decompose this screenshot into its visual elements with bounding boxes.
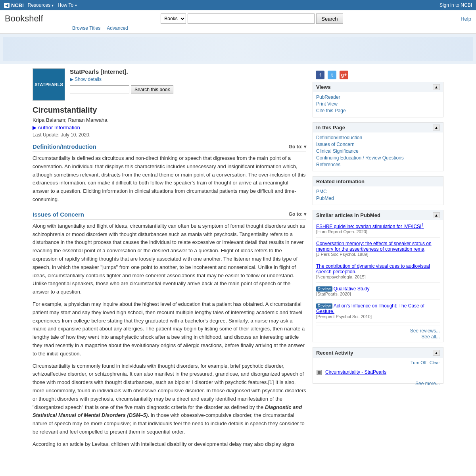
clear-link[interactable]: Clear — [430, 360, 440, 365]
search-button[interactable]: Search — [316, 13, 343, 24]
top-nav-left: ◀ NCBI Resources ▾ How To ▾ — [4, 2, 77, 8]
turn-off-link[interactable]: Turn Off — [411, 360, 426, 365]
help-link[interactable]: Help — [461, 16, 471, 22]
link-references[interactable]: References — [316, 162, 440, 167]
in-this-page-scroll-btn[interactable]: ▲ — [433, 125, 440, 131]
cite-page-link[interactable]: Cite this Page — [316, 108, 440, 113]
goto-definition[interactable]: Go to: ▾ — [289, 144, 306, 150]
similar-article-0-journal: [Hum Reprod Open. 2020] — [316, 229, 440, 234]
book-cover: STATPEARLS — [33, 68, 65, 101]
author-info-link[interactable]: ▶ Author Information — [33, 125, 80, 131]
googleplus-icon[interactable]: g+ — [340, 71, 348, 79]
bookshelf-header: Bookshelf Books Search Help Browse Title… — [0, 10, 476, 34]
sidebar-similar-header: Similar articles in PubMed ▲ — [313, 210, 443, 220]
similar-article-3-title: Qualitative Study — [334, 286, 370, 292]
similar-article-0-sup: † — [421, 223, 424, 227]
section-issues-header: Issues of Concern Go to: ▾ — [33, 211, 306, 220]
top-nav-right: Sign in to NCBI — [440, 2, 472, 8]
print-view-link[interactable]: Print View — [316, 101, 440, 107]
similar-article-4-link[interactable]: ReviewAction's Influence on Thought: The… — [316, 303, 424, 314]
signin-link[interactable]: Sign in to NCBI — [440, 2, 472, 8]
link-issues[interactable]: Issues of Concern — [316, 142, 440, 147]
show-details-arrow-icon: ▶ — [70, 77, 73, 82]
see-all-link[interactable]: See all... — [421, 334, 440, 340]
similar-article-1: Conversation memory: the effects of spea… — [316, 241, 440, 260]
bookshelf-top-row: Bookshelf Books Search Help — [5, 13, 471, 24]
similar-article-0-link[interactable]: ESHRE guideline: ovarian stimulation for… — [316, 224, 424, 229]
views-scroll-btn[interactable]: ▲ — [433, 84, 440, 90]
pubreader-link[interactable]: PubReader — [316, 94, 440, 100]
similar-article-2: The contribution of dynamic visual cues … — [316, 263, 440, 283]
similar-article-1-link[interactable]: Conversation memory: the effects of spea… — [316, 241, 432, 252]
issues-paragraph-3: Circumstantiality is commonly found in i… — [33, 362, 306, 436]
facebook-icon[interactable]: f — [316, 71, 324, 79]
resources-link[interactable]: Resources ▾ — [28, 2, 54, 8]
pmc-link[interactable]: PMC — [316, 189, 440, 194]
ncbi-logo-text: NCBI — [11, 2, 24, 8]
similar-divider — [316, 326, 440, 326]
search-input[interactable] — [188, 13, 315, 24]
similar-article-3-journal: [StatPearls. 2020] — [316, 292, 440, 296]
book-title: StatPearls [Internet]. — [70, 68, 306, 75]
recent-scroll-btn[interactable]: ▲ — [433, 350, 440, 356]
sidebar: f t g+ Views ▲ PubReader Print View Cite… — [313, 68, 443, 456]
twitter-icon[interactable]: t — [328, 71, 336, 79]
ncbi-logo-box: ◀ — [4, 3, 10, 8]
link-continuing-ed[interactable]: Continuing Education / Review Questions — [316, 155, 440, 161]
see-reviews-link[interactable]: See reviews... — [410, 328, 440, 334]
sidebar-related-content: PMC PubMed — [313, 186, 443, 205]
search-book-row: Search this book — [70, 85, 306, 94]
search-book-input[interactable] — [70, 85, 129, 94]
link-clinical[interactable]: Clinical Significance — [316, 148, 440, 154]
sidebar-recent-content: Turn Off Clear ▣ Circumstantiality - Sta… — [313, 358, 443, 383]
sidebar-related-header: Related information — [313, 177, 443, 186]
howto-arrow-icon: ▾ — [75, 3, 77, 8]
similar-article-2-link[interactable]: The contribution of dynamic visual cues … — [316, 263, 430, 274]
similar-article-1-journal: [J Pers Soc Psychol. 1989] — [316, 252, 440, 257]
sidebar-recent-title: Recent Activity — [316, 350, 353, 356]
book-cover-inner: STATPEARLS — [33, 69, 65, 100]
sub-nav-row: Browse Titles Advanced — [72, 25, 471, 31]
sidebar-in-this-page-block: In this Page ▲ Definition/Introduction I… — [313, 122, 443, 171]
similar-article-3-link[interactable]: ReviewQualitative Study — [316, 286, 370, 292]
howto-link[interactable]: How To ▾ — [58, 2, 77, 8]
search-book-button[interactable]: Search this book — [131, 85, 173, 94]
main-container: STATPEARLS StatPearls [Internet]. ▶ Show… — [28, 64, 448, 460]
sidebar-in-this-page-content: Definition/Introduction Issues of Concer… — [313, 132, 443, 171]
activity-item-0: ▣ Circumstantiality - StatPearls — [316, 367, 440, 377]
sidebar-recent-block: Recent Activity ▲ Turn Off Clear ▣ Circu… — [313, 347, 443, 384]
ad-content — [3, 37, 473, 61]
sidebar-in-this-page-title: In this Page — [316, 125, 345, 131]
goto-issues[interactable]: Go to: ▾ — [289, 211, 306, 217]
advanced-link[interactable]: Advanced — [107, 25, 128, 31]
sidebar-views-block: Views ▲ PubReader Print View Cite this P… — [313, 82, 443, 117]
recent-action-row: Turn Off Clear — [316, 360, 440, 365]
link-definition[interactable]: Definition/Introduction — [316, 135, 440, 140]
review-badge-4: Review — [316, 303, 332, 309]
section-definition-title: Definition/Introduction — [33, 143, 96, 150]
show-details-link[interactable]: ▶ Show details — [70, 77, 306, 82]
similar-article-0-title: ESHRE guideline: ovarian stimulation for… — [316, 224, 421, 229]
section-issues-title: Issues of Concern — [33, 211, 84, 218]
ncbi-logo[interactable]: ◀ NCBI — [4, 2, 24, 8]
search-select[interactable]: Books — [161, 13, 186, 24]
pubmed-link[interactable]: PubMed — [316, 196, 440, 201]
top-navigation: ◀ NCBI Resources ▾ How To ▾ Sign in to N… — [0, 0, 476, 10]
sidebar-views-content: PubReader Print View Cite this Page — [313, 92, 443, 117]
goto-dropdown-icon: ▾ — [304, 144, 306, 150]
sidebar-recent-header: Recent Activity ▲ — [313, 347, 443, 358]
similar-scroll-btn[interactable]: ▲ — [433, 212, 440, 218]
activity-link-0[interactable]: Circumstantiality - StatPearls — [325, 369, 386, 375]
browse-titles-link[interactable]: Browse Titles — [72, 25, 100, 31]
sidebar-similar-content: ESHRE guideline: ovarian stimulation for… — [313, 220, 443, 342]
similar-article-4-title: Action's Influence on Thought: The Case … — [316, 303, 424, 314]
sidebar-similar-block: Similar articles in PubMed ▲ ESHRE guide… — [313, 210, 443, 342]
book-header: STATPEARLS StatPearls [Internet]. ▶ Show… — [33, 68, 306, 101]
similar-article-0: ESHRE guideline: ovarian stimulation for… — [316, 223, 440, 238]
see-more-link[interactable]: See more... — [415, 381, 440, 386]
sidebar-related-title: Related information — [316, 178, 365, 184]
article-authors: Kripa Balaram; Raman Marwaha. — [33, 117, 306, 123]
author-info-label: Author Information — [38, 125, 80, 131]
social-icons: f t g+ — [313, 68, 443, 82]
recent-activity-header-row: Recent Activity ▲ — [316, 349, 440, 356]
